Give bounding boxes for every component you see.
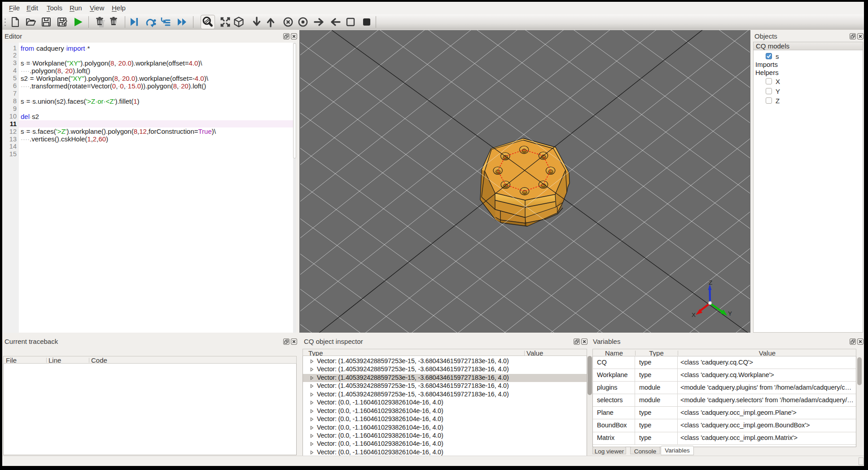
svg-text:Z: Z (709, 279, 712, 286)
svg-text:Y: Y (728, 310, 732, 317)
svg-text:X: X (692, 312, 696, 318)
